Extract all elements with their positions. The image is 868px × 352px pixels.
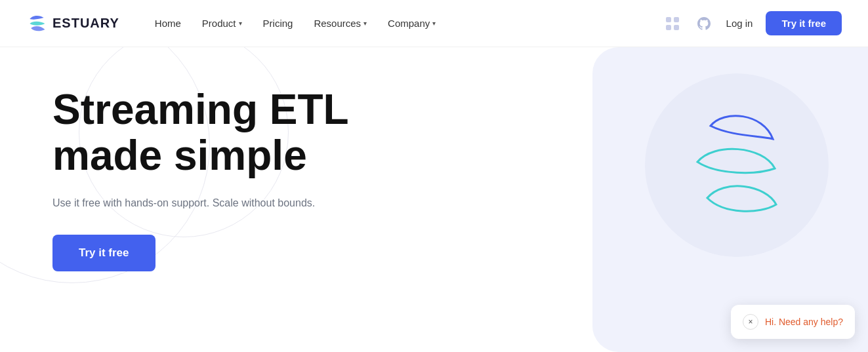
nav-home[interactable]: Home xyxy=(146,12,190,34)
github-icon[interactable] xyxy=(695,14,713,33)
company-chevron-icon: ▾ xyxy=(432,20,436,27)
svg-rect-0 xyxy=(666,17,671,22)
login-link[interactable]: Log in xyxy=(726,18,753,29)
hero-subtext: Use it free with hands-on support. Scale… xyxy=(52,195,459,212)
chat-close-button[interactable]: × xyxy=(743,314,758,330)
hero-content: Streaming ETL made simple Use it free wi… xyxy=(52,87,459,271)
brand-name: ESTUARY xyxy=(52,16,119,31)
slack-icon[interactable] xyxy=(663,14,682,33)
chat-text: Hi. Need any help? xyxy=(765,317,843,327)
navbar: ESTUARY Home Product ▾ Pricing Resources… xyxy=(0,0,868,47)
product-chevron-icon: ▾ xyxy=(239,20,242,27)
svg-rect-3 xyxy=(674,25,679,30)
hero-cta-button[interactable]: Try it free xyxy=(52,235,155,271)
nav-resources[interactable]: Resources ▾ xyxy=(304,12,376,34)
hero-logo-mark xyxy=(671,100,789,231)
hero-heading: Streaming ETL made simple xyxy=(52,87,459,179)
nav-right: Log in Try it free xyxy=(663,11,842,35)
resources-chevron-icon: ▾ xyxy=(363,20,367,27)
nav-company[interactable]: Company ▾ xyxy=(379,12,445,34)
nav-product[interactable]: Product ▾ xyxy=(193,12,251,34)
nav-links: Home Product ▾ Pricing Resources ▾ Compa… xyxy=(146,12,663,34)
nav-try-free-button[interactable]: Try it free xyxy=(766,11,842,35)
nav-pricing[interactable]: Pricing xyxy=(254,12,302,34)
chat-bubble: × Hi. Need any help? xyxy=(731,305,855,339)
svg-rect-2 xyxy=(666,25,671,30)
svg-rect-1 xyxy=(674,17,679,22)
logo[interactable]: ESTUARY xyxy=(26,13,119,34)
